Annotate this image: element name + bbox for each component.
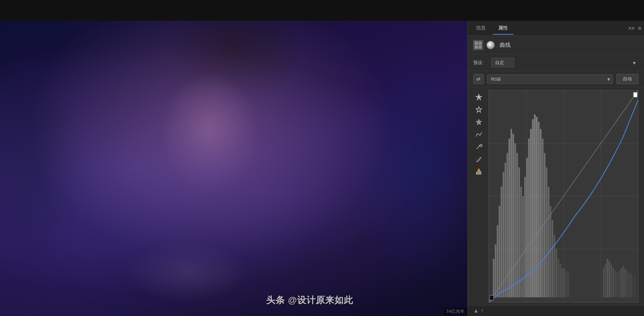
canvas-area: 头条 @设计原来如此 74亿光年 — [0, 21, 467, 316]
draw-curve-button[interactable] — [473, 141, 484, 152]
svg-rect-20 — [503, 172, 504, 297]
svg-rect-27 — [516, 153, 518, 298]
panel-tab-actions: >> ≡ — [628, 25, 641, 32]
svg-point-2 — [480, 144, 482, 147]
preset-select-wrapper: 自定 — [491, 58, 638, 67]
svg-rect-19 — [501, 187, 502, 297]
tab-properties[interactable]: 属性 — [493, 22, 513, 35]
curves-header: 曲线 — [468, 36, 644, 54]
svg-rect-16 — [495, 244, 497, 297]
svg-rect-24 — [510, 129, 512, 297]
svg-rect-63 — [620, 269, 622, 297]
svg-rect-49 — [560, 264, 561, 297]
bottom-info-text: ! — [482, 308, 483, 314]
svg-rect-43 — [548, 187, 549, 297]
svg-rect-45 — [552, 220, 553, 297]
auto-button[interactable]: 自动 — [616, 74, 638, 84]
svg-rect-70 — [634, 274, 636, 297]
svg-rect-26 — [515, 143, 516, 297]
tool-strip: ! — [473, 90, 486, 302]
svg-rect-48 — [557, 259, 559, 297]
smooth-curve-button[interactable] — [473, 129, 484, 140]
expand-panel-button[interactable]: >> — [628, 25, 635, 32]
svg-rect-66 — [626, 271, 628, 297]
sample-white-point-button[interactable] — [473, 91, 484, 103]
sample-gray-point-button[interactable] — [473, 116, 484, 128]
svg-rect-54 — [603, 269, 605, 297]
curve-adjust-button[interactable] — [473, 154, 484, 165]
preset-row: 预设: 自定 — [468, 54, 644, 71]
channel-select-wrapper: RGB — [487, 74, 613, 84]
preset-label: 预设: — [473, 60, 487, 66]
layer-mask-grid-icon[interactable] — [473, 40, 483, 50]
svg-rect-64 — [623, 266, 624, 297]
sample-black-point-button[interactable] — [473, 104, 484, 115]
curves-circle-icon[interactable] — [486, 41, 495, 49]
channel-row: ⇄ RGB 自动 — [468, 71, 644, 87]
svg-rect-67 — [628, 272, 630, 297]
svg-rect-32 — [526, 158, 528, 297]
curves-graph[interactable] — [489, 90, 638, 302]
svg-rect-39 — [540, 129, 542, 297]
svg-text:!: ! — [478, 169, 479, 171]
right-panel: 信息 属性 >> ≡ 曲线 预设: 自定 ⇄ — [467, 21, 644, 316]
panel-menu-button[interactable]: ≡ — [638, 25, 641, 32]
svg-point-0 — [478, 96, 480, 98]
channel-select[interactable]: RGB — [487, 74, 613, 84]
histogram-small-icon: ▲ — [473, 308, 479, 314]
svg-rect-37 — [536, 117, 538, 297]
histogram-warning-button[interactable]: ! — [473, 166, 484, 177]
svg-rect-50 — [562, 269, 563, 297]
svg-rect-21 — [504, 163, 506, 297]
photo-overlay — [0, 21, 467, 316]
page-number: 74亿光年 — [444, 308, 467, 315]
svg-rect-15 — [493, 259, 494, 297]
svg-rect-60 — [615, 271, 616, 297]
svg-rect-62 — [618, 271, 620, 297]
svg-rect-40 — [542, 139, 544, 297]
svg-rect-59 — [612, 269, 614, 297]
svg-rect-47 — [556, 249, 557, 297]
svg-rect-57 — [609, 261, 610, 297]
channel-arrows-button[interactable]: ⇄ — [473, 74, 484, 84]
tab-info[interactable]: 信息 — [471, 22, 491, 35]
svg-rect-30 — [522, 196, 524, 298]
svg-rect-72 — [633, 93, 637, 97]
panel-tabs: 信息 属性 >> ≡ — [468, 21, 644, 36]
svg-rect-28 — [518, 167, 520, 297]
curves-title: 曲线 — [500, 42, 511, 49]
svg-rect-7 — [480, 171, 481, 175]
svg-rect-51 — [564, 269, 565, 297]
curves-area: ! — [468, 87, 644, 305]
svg-rect-31 — [524, 177, 526, 297]
svg-rect-38 — [538, 122, 540, 297]
bottom-info-bar: ▲ ! — [468, 305, 644, 316]
svg-rect-25 — [512, 134, 514, 297]
svg-rect-56 — [607, 259, 608, 297]
svg-rect-17 — [497, 225, 499, 297]
svg-rect-4 — [476, 172, 477, 175]
svg-rect-73 — [490, 296, 493, 300]
svg-rect-41 — [544, 153, 546, 298]
svg-rect-69 — [632, 274, 634, 297]
svg-rect-61 — [617, 272, 618, 297]
svg-rect-65 — [624, 269, 626, 297]
main-area: 头条 @设计原来如此 74亿光年 信息 属性 >> ≡ 曲线 预设: — [0, 21, 644, 316]
svg-rect-36 — [534, 114, 536, 297]
svg-rect-18 — [499, 206, 500, 297]
watermark: 头条 @设计原来如此 — [266, 294, 353, 306]
svg-rect-58 — [611, 265, 612, 297]
top-bar — [0, 0, 644, 21]
svg-rect-55 — [605, 264, 607, 297]
svg-rect-52 — [565, 271, 567, 297]
svg-rect-68 — [630, 273, 632, 297]
preset-select[interactable]: 自定 — [491, 58, 514, 67]
svg-rect-42 — [546, 167, 547, 297]
svg-rect-53 — [567, 272, 569, 297]
